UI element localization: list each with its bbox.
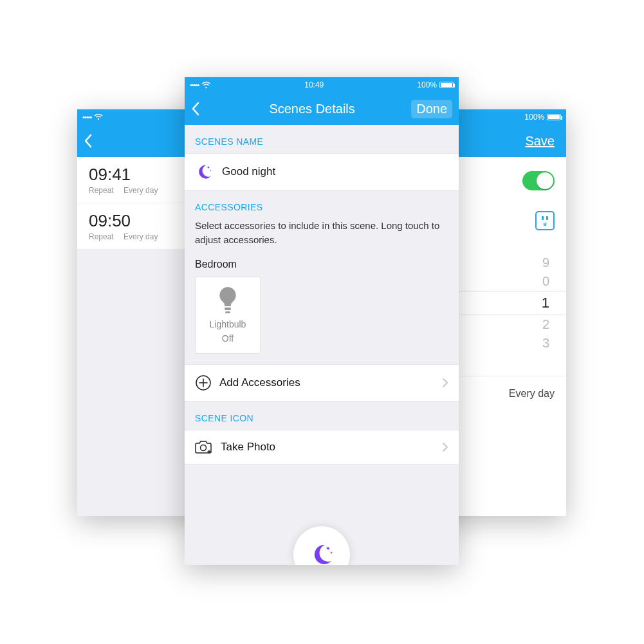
take-photo-row[interactable]: Take Photo: [185, 430, 459, 465]
camera-plus-icon: [195, 440, 213, 454]
svg-point-3: [201, 445, 207, 450]
wifi-icon: [201, 82, 211, 89]
save-button[interactable]: Save: [520, 132, 560, 151]
repeat-value: Every day: [124, 186, 158, 195]
toggle-switch[interactable]: [522, 171, 555, 190]
battery-icon: [439, 82, 454, 88]
moon-icon: [309, 542, 335, 565]
svg-rect-0: [225, 308, 231, 310]
signal-dots-icon: •••••: [190, 81, 199, 89]
repeat-label: Repeat: [89, 232, 114, 241]
take-photo-label: Take Photo: [221, 441, 275, 454]
section-header-scene-icon: SCENE ICON: [185, 401, 459, 430]
repeat-label: Repeat: [89, 186, 114, 195]
status-battery: 100%: [417, 80, 437, 89]
repeat-value: Every day: [124, 232, 158, 241]
nav-title: Scenes Details: [213, 102, 411, 116]
done-button[interactable]: Done: [411, 100, 452, 118]
section-header-accessories: ACCESSORIES: [185, 190, 459, 219]
add-accessories-label: Add Accessories: [219, 376, 300, 389]
svg-rect-1: [225, 311, 230, 313]
accessories-description: Select accessories to include in this sc…: [185, 219, 459, 255]
battery-icon: [547, 114, 561, 120]
status-time: 10:49: [304, 80, 324, 89]
scene-name-row[interactable]: Good night: [185, 153, 459, 190]
back-button[interactable]: [84, 134, 106, 148]
section-header-scenes-name: SCENES NAME: [185, 125, 459, 153]
accessory-name: Lightbulb: [210, 319, 246, 329]
chevron-right-icon: [442, 378, 448, 388]
test-scene-button[interactable]: [293, 526, 350, 565]
scene-name-value: Good night: [222, 165, 275, 178]
lightbulb-icon: [217, 287, 239, 315]
accessory-state: Off: [222, 333, 234, 344]
back-button[interactable]: [191, 102, 213, 116]
room-label: Bedroom: [185, 255, 459, 277]
main-content: SCENES NAME Good night ACCESSORIES Selec…: [185, 125, 459, 565]
status-bar: ••••• 10:49 100%: [185, 77, 459, 93]
moon-icon: [195, 163, 213, 181]
chevron-right-icon: [442, 442, 448, 452]
chevron-left-icon: [191, 102, 200, 116]
accessory-tile-lightbulb[interactable]: Lightbulb Off: [195, 277, 261, 354]
signal-dots-icon: •••••: [82, 113, 91, 121]
nav-bar: Scenes Details Done: [185, 93, 459, 125]
status-battery: 100%: [524, 113, 544, 122]
add-accessories-row[interactable]: Add Accessories: [185, 364, 459, 401]
chevron-left-icon: [84, 134, 93, 148]
foreground-phone: ••••• 10:49 100% Scenes Details Done SCE…: [185, 77, 459, 565]
plus-circle-icon: [195, 374, 212, 391]
outlet-icon: [535, 211, 555, 230]
wifi-icon: [94, 114, 103, 120]
